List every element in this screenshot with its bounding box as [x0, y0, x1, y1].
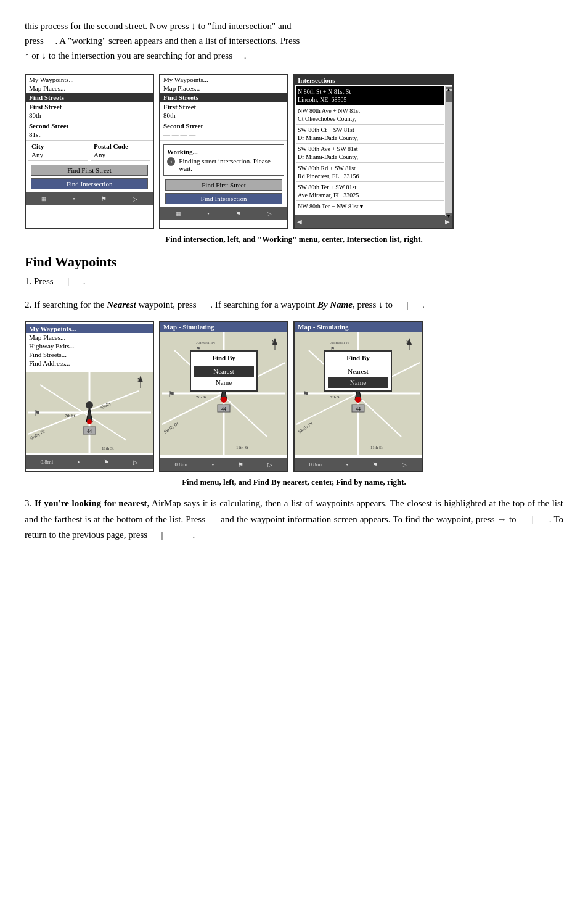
bottom-bar-center-map: 0.8mi • ⚑ ▷: [160, 458, 287, 471]
working-title: Working...: [167, 148, 280, 155]
screen-find-menu-left: My Waypoints... Map Places... Highway Ex…: [25, 321, 154, 472]
find-waypoints-heading: Find Waypoints: [25, 254, 563, 270]
postal-label-1: Postal Code: [91, 142, 150, 150]
postal-value-1: Any: [91, 150, 150, 161]
map-svg-left: 44 Skelly Dr 7th St 11th St Skelly ⚑ N: [26, 372, 153, 453]
first-street-label-2: First Street: [160, 102, 287, 111]
find-by-nearest-right[interactable]: Nearest: [328, 366, 388, 377]
map-sim-header-center: Map - Simulating: [160, 322, 287, 332]
svg-point-42: [355, 397, 361, 403]
find-by-name-center[interactable]: Name: [194, 377, 254, 388]
first-street-label-1: First Street: [26, 102, 153, 111]
screen-working-center: My Waypoints... Map Places... Find Stree…: [159, 74, 288, 229]
map-content-center: 44 Skelly Dr 7th St 11th St Skelly ⚑ N A…: [160, 332, 287, 455]
arrow-icon-1: ▷: [133, 195, 137, 202]
find-by-panel-center: Find By Nearest Name: [190, 350, 258, 392]
find-by-title-center: Find By: [194, 354, 254, 363]
map-thumbnail-left: 44 Skelly Dr 7th St 11th St Skelly ⚑ N: [26, 372, 153, 453]
dot-center: •: [211, 461, 214, 468]
intersection-item-3[interactable]: SW 80th Ave + SW 81stDr Miami-Dade Count…: [296, 144, 444, 163]
svg-text:7th St: 7th St: [65, 413, 75, 418]
city-value-1: Any: [28, 150, 88, 161]
svg-text:44: 44: [221, 406, 226, 412]
find-streets-header-1: Find Streets: [26, 93, 153, 102]
menu-highway-exits-left[interactable]: Highway Exits...: [26, 342, 153, 350]
screens-row-1: My Waypoints... Map Places... Find Stree…: [25, 74, 563, 229]
arrow-center: ▷: [267, 461, 272, 468]
find-by-panel-right: Find By Nearest Name: [324, 350, 392, 392]
menu-map-places-left[interactable]: Map Places...: [26, 333, 153, 342]
map-glyph-left: 0.8mi: [41, 459, 54, 465]
screen-find-by-name-right: Map - Simulating 44 Skelly Dr 7th St 11t…: [293, 321, 423, 472]
step-1: 1. Press | .: [25, 274, 563, 289]
svg-text:11th St: 11th St: [370, 445, 383, 450]
nearest-label: Nearest: [107, 300, 136, 310]
svg-text:11th St: 11th St: [236, 445, 248, 450]
menu-map-places-1: Map Places...: [26, 84, 153, 93]
intro-line1: this process for the second street. Now …: [25, 21, 292, 31]
bottom-bar-left-map: 0.8mi • ⚑ ▷: [26, 455, 153, 469]
dot-icon-1: •: [73, 195, 75, 202]
dot-left: •: [77, 458, 80, 466]
find-by-title-right: Find By: [328, 354, 388, 363]
map-icon-2: ▦: [176, 210, 181, 216]
menu-find-address-left[interactable]: Find Address...: [26, 359, 153, 368]
right-arrow-icon: ▶: [445, 218, 450, 225]
city-label-1: City: [28, 142, 88, 150]
caption-1: Find intersection, left, and "Working" m…: [25, 234, 563, 244]
dot-right: •: [346, 461, 348, 468]
arrow-icon-2: ▷: [267, 210, 272, 217]
intersection-item-6[interactable]: NW 80th Ter + NW 81st▼: [296, 201, 444, 212]
find-by-nearest-center[interactable]: Nearest: [194, 366, 254, 377]
by-name-label: By Name: [317, 300, 353, 310]
svg-text:44: 44: [356, 406, 361, 412]
intersection-item-1[interactable]: NW 80th Ave + NW 81stCt Okeechobee Count…: [296, 105, 444, 125]
caption-2: Find menu, left, and Find By nearest, ce…: [25, 477, 563, 487]
scale-right: 0.8mi: [309, 461, 322, 467]
intro-paragraph: this process for the second street. Now …: [25, 19, 563, 63]
svg-point-6: [87, 419, 92, 424]
first-street-value-1: 80th: [26, 111, 153, 121]
svg-text:Admiral Pl: Admiral Pl: [330, 340, 349, 345]
bottom-bar-1: ▦ • ⚑ ▷: [26, 192, 153, 205]
intersection-item-0[interactable]: N 80th St + N 81st StLincoln, NE 68505: [296, 86, 444, 105]
svg-point-23: [221, 397, 227, 403]
find-first-street-btn-2[interactable]: Find First Street: [165, 179, 282, 191]
find-streets-header-2: Find Streets: [160, 93, 287, 102]
menu-waypoints-left[interactable]: My Waypoints...: [26, 324, 153, 333]
menu-waypoints-1: My Waypoints...: [26, 75, 153, 84]
svg-text:7th St: 7th St: [330, 395, 341, 400]
intersection-item-4[interactable]: SW 80th Rd + SW 81stRd Pinecrest, FL 331…: [296, 163, 444, 182]
menu-find-streets-left[interactable]: Find Streets...: [26, 350, 153, 359]
svg-text:⚑: ⚑: [168, 390, 175, 398]
flag-icon-2: ⚑: [235, 210, 241, 217]
find-by-name-right[interactable]: Name: [328, 377, 388, 388]
menu-map-places-2: Map Places...: [160, 84, 287, 93]
svg-point-5: [86, 401, 93, 409]
flag-left: ⚑: [104, 459, 109, 466]
flag-right: ⚑: [372, 461, 378, 468]
find-first-street-btn-1[interactable]: Find First Street: [31, 165, 148, 176]
scale-center: 0.8mi: [175, 461, 188, 467]
svg-text:⚑: ⚑: [34, 409, 41, 417]
map-sim-header-right: Map - Simulating: [295, 322, 422, 332]
intersection-item-2[interactable]: SW 80th Ct + SW 81stDr Miami-Dade County…: [296, 125, 444, 144]
second-street-value-2: — — — —: [160, 130, 287, 141]
second-street-label-1: Second Street: [26, 121, 153, 130]
svg-text:7th St: 7th St: [196, 395, 206, 400]
intersection-item-5[interactable]: SW 80th Ter + SW 81stAve Miramar, FL 330…: [296, 182, 444, 201]
menu-waypoints-2: My Waypoints...: [160, 75, 287, 84]
svg-text:⚑: ⚑: [303, 390, 309, 398]
screen-intersections-right: Intersections N 80th St + N 81st StLinco…: [293, 74, 454, 229]
find-intersection-btn-1[interactable]: Find Intersection: [31, 178, 148, 189]
find-intersection-btn-2[interactable]: Find Intersection: [165, 193, 282, 204]
second-street-value-1: 81st: [26, 130, 153, 141]
dot-icon-2: •: [207, 210, 210, 217]
screen-find-by-nearest-center: Map - Simulating 44 Skelly Dr 7th St 11t…: [159, 321, 288, 472]
working-message: Finding street intersection. Please wait…: [179, 157, 280, 172]
arrow-right: ▷: [402, 461, 407, 468]
left-arrow-icon: ◀: [297, 218, 302, 225]
flag-center: ⚑: [238, 461, 243, 468]
map-icon-1: ▦: [41, 195, 47, 202]
step-3-text: 3. If you're looking for nearest, AirMap…: [25, 496, 563, 543]
